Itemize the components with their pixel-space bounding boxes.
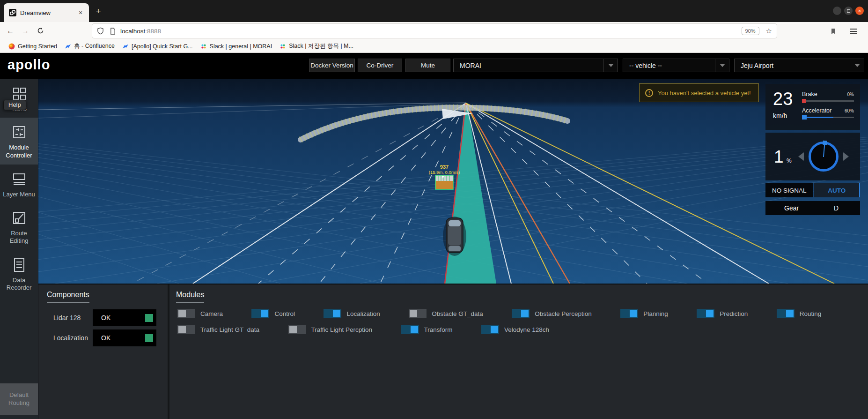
sidebar-item-data-recorder[interactable]: Data Recorder [0,250,38,297]
sidebar-item-tasks[interactable]: Tasks [0,79,38,118]
component-status-box: OK [93,309,156,326]
driving-dashboard: 23 km/h Brake 0% Accelerator 60% [765,84,860,215]
warning-text: You haven't selected a vehicle yet! [658,90,751,97]
app-header: apollo Docker Version Co-Driver Mute MOR… [0,53,868,79]
tab-title: Dreamview [20,9,76,16]
zoom-level-badge[interactable]: 90% [742,27,759,35]
sidebar-item-module-controller[interactable]: Module Controller [0,118,38,165]
module-toggle[interactable] [512,309,530,318]
module-toggle[interactable] [177,325,195,334]
new-tab-button[interactable]: + [93,6,104,17]
url-bar[interactable]: localhost:8888 90% ☆ [92,24,777,38]
components-title: Components [47,291,89,303]
module-toggle[interactable] [697,309,714,318]
status-ok-light [145,334,153,342]
module-toggle[interactable] [324,309,341,318]
window-minimize-button[interactable]: − [833,7,841,15]
modules-title: Modules [176,291,204,303]
chevron-down-icon [715,59,729,72]
help-tooltip: Help [3,100,26,110]
window-maximize-button[interactable] [844,7,853,15]
toolbar-extension-icon[interactable] [828,26,839,37]
module-toggle[interactable] [481,325,499,334]
steering-panel: 1 % [765,133,860,180]
steering-unit: % [787,157,792,164]
warning-icon: ! [645,89,653,97]
component-label: Lidar 128 [53,314,93,322]
3d-world-view[interactable]: 937 (15.9m, 0.0m/s) ! You haven't select… [38,79,868,284]
module-controller-icon [1,124,37,141]
module-toggle[interactable] [401,325,419,334]
sidebar-item-route-editing[interactable]: Route Editing [0,203,38,250]
docker-version-button[interactable]: Docker Version [309,59,355,72]
url-text: localhost:8888 [120,28,161,35]
scenario-select[interactable]: Jeju Airport [734,59,864,72]
browser-tab-bar: Dreamview × + − × [0,0,868,22]
browser-toolbar: ← → localhost:8888 90% ☆ [0,22,868,40]
shield-icon[interactable] [97,27,104,35]
slack-icon [280,43,286,50]
default-routing-button[interactable]: Default Routing [0,383,38,415]
back-button[interactable]: ← [4,24,17,37]
module-toggle[interactable] [620,309,638,318]
bookmark-confluence-home[interactable]: 홈 - Confluence [61,41,118,52]
module-item: Prediction [697,309,748,318]
gear-row: Gear D [765,201,860,215]
brake-gauge: Brake 0% [802,91,854,102]
module-toggle[interactable] [177,309,195,318]
hamburger-menu-icon[interactable] [847,26,859,37]
signal-status-row: NO SIGNAL AUTO [765,183,860,197]
gear-label: Gear [784,204,799,212]
bookmark-getting-started[interactable]: Getting Started [5,42,61,51]
bookmark-apollo-quickstart[interactable]: [Apollo] Quick Start G... [118,42,197,51]
co-driver-button[interactable]: Co-Driver [358,59,402,72]
module-label: Control [274,310,295,317]
speed-unit: km/h [773,112,801,120]
turn-signal-right-icon [843,152,849,161]
module-toggle[interactable] [777,309,794,318]
bookmarks-bar: Getting Started 홈 - Confluence [Apollo] … [0,40,868,53]
modules-section: Modules Camera Control Localization [169,284,868,419]
browser-tab[interactable]: Dreamview × [4,3,89,22]
brake-percent: 0% [847,92,854,97]
bottom-panel: Components Lidar 128 OK Localization OK [38,284,868,419]
module-item: Obstacle Perception [512,309,592,318]
bookmark-star-icon[interactable]: ☆ [766,27,772,35]
module-label: Traffic Light Percption [311,326,373,333]
status-ok-light [145,314,153,322]
module-item: Localization [324,309,380,318]
chevron-down-icon [850,59,864,72]
drive-mode-badge: AUTO [814,183,860,197]
bookmark-slack-general[interactable]: Slack | general | MORAI [197,42,276,51]
confluence-icon [122,43,129,50]
map-select[interactable]: MORAI [453,59,618,72]
module-toggle[interactable] [409,309,427,318]
slack-icon [200,43,207,50]
mute-button[interactable]: Mute [405,59,450,72]
confluence-icon [65,43,71,50]
component-status: OK [101,314,110,322]
forward-button[interactable]: → [19,24,32,37]
module-item: Planning [620,309,668,318]
tab-close-icon[interactable]: × [76,8,85,17]
module-label: Obstacle Perception [535,310,592,317]
page-info-icon[interactable] [110,28,116,35]
vehicle-warning-toast: ! You haven't selected a vehicle yet! [639,83,759,102]
module-label: Localization [346,310,380,317]
module-item: Control [251,309,295,318]
module-toggle[interactable] [288,325,306,334]
module-label: Transform [424,326,453,333]
signal-status: NO SIGNAL [765,183,813,197]
module-toggle[interactable] [251,309,269,318]
reload-button[interactable] [34,24,47,37]
apollo-logo: apollo [7,57,50,73]
module-item: Obstacle GT_data [409,309,483,318]
module-item: Traffic Light GT_data [177,325,259,334]
vehicle-select[interactable]: -- vehicle -- [623,59,729,72]
sidebar: Tasks Module Controller Layer Menu Route… [0,79,38,419]
sidebar-item-layer-menu[interactable]: Layer Menu [0,165,38,203]
module-label: Routing [800,310,822,317]
component-row: Lidar 128 OK [38,309,168,326]
window-close-button[interactable]: × [855,7,864,15]
bookmark-slack-saved[interactable]: Slack | 저장된 항목 | M... [276,41,357,52]
